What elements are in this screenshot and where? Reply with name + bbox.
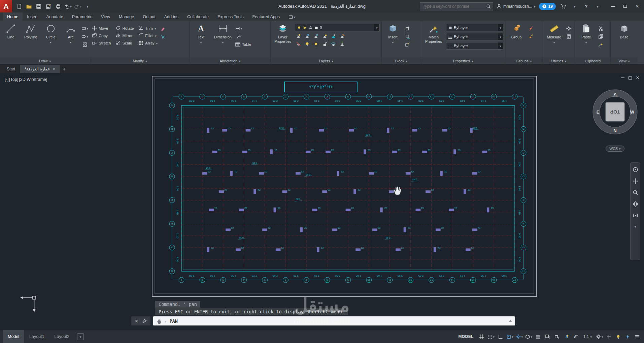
layer-color-chip[interactable]	[314, 26, 318, 30]
help-search[interactable]	[420, 2, 493, 10]
polyline-tool[interactable]: Polyline	[22, 23, 40, 58]
match-properties-tool[interactable]: Match Properties	[423, 23, 444, 58]
autocad-logo[interactable]: A	[0, 0, 12, 12]
object-snap-icon[interactable]	[506, 332, 514, 341]
snap-mode-icon[interactable]	[487, 332, 495, 341]
insert-tool[interactable]: Insert	[383, 23, 402, 58]
arc-flyout-caret[interactable]	[70, 40, 72, 44]
cut-icon[interactable]	[597, 25, 604, 31]
viewcube[interactable]: S W N E TOP WCS	[590, 87, 640, 152]
line-tool[interactable]: Line	[2, 23, 20, 58]
signed-in-user[interactable]: mmahmoudsh...	[497, 4, 536, 9]
notifications-caret[interactable]	[571, 2, 579, 10]
new-drawing-tab-button[interactable]	[60, 65, 68, 73]
rotate-tool[interactable]: Rotate	[115, 26, 134, 31]
open-button[interactable]	[25, 2, 33, 11]
pan-tool-icon[interactable]	[633, 178, 638, 184]
save-button[interactable]	[34, 2, 43, 11]
ribbon-tab-parametric[interactable]: Parametric	[68, 12, 97, 21]
redo-button[interactable]	[73, 2, 82, 11]
copy-clip-icon[interactable]	[597, 33, 604, 39]
snap-tracking-icon[interactable]	[515, 332, 523, 341]
trial-timer-badge[interactable]: 19	[539, 3, 556, 10]
annotation-monitor-icon[interactable]	[605, 332, 613, 341]
ribbon-tab-add-ins[interactable]: Add-ins	[160, 12, 183, 21]
linear-dimension-tool[interactable]	[235, 25, 242, 31]
hatch-tool[interactable]	[81, 41, 88, 48]
autoscale-icon[interactable]: A	[572, 332, 580, 341]
help-icon[interactable]	[582, 2, 590, 10]
layer-walk-icon[interactable]	[330, 41, 337, 47]
layer-freeze-icon[interactable]	[312, 33, 319, 39]
selection-cycling-icon[interactable]	[553, 332, 561, 341]
drawing-canvas[interactable]: عمارة الغردقة112233445566778899101011111…	[152, 76, 537, 297]
circle-tool[interactable]: Circle	[42, 23, 60, 58]
recent-commands-arrow[interactable]	[509, 320, 512, 322]
lineweight-display-icon[interactable]	[534, 332, 542, 341]
isolate-objects-icon[interactable]	[614, 332, 622, 341]
viewcube-east[interactable]: E	[597, 110, 600, 115]
fillet-tool[interactable]: Fillet	[138, 33, 158, 38]
panel-properties-footer[interactable]: Properties	[421, 58, 505, 64]
circle-flyout-caret[interactable]	[50, 40, 52, 44]
trim-tool[interactable]: Trim	[138, 26, 158, 31]
object-color-control[interactable]: ByLayer	[446, 24, 503, 31]
ungroup-icon[interactable]	[528, 25, 534, 31]
user-menu-caret[interactable]	[534, 4, 536, 9]
trim-flyout-caret[interactable]	[155, 26, 156, 30]
annotation-visibility-icon[interactable]: A	[562, 332, 571, 341]
panel-draw-footer[interactable]: Draw	[0, 58, 90, 64]
workspace-gear-icon[interactable]	[595, 332, 604, 341]
layer-isolate-icon[interactable]	[304, 33, 310, 39]
ellipse-tool[interactable]	[81, 33, 88, 39]
doc-tab-start[interactable]: Start	[2, 65, 20, 73]
ribbon-tab-insert[interactable]: Insert	[23, 12, 42, 21]
panel-groups-footer[interactable]: Groups	[505, 58, 543, 64]
text-flyout-caret[interactable]	[200, 40, 202, 44]
wcs-menu[interactable]: WCS	[606, 146, 624, 152]
panel-clipboard-footer[interactable]: Clipboard	[575, 58, 610, 64]
arc-tool[interactable]: Arc	[62, 23, 80, 58]
new-drawing-button[interactable]	[15, 2, 24, 11]
table-tool[interactable]: Table	[235, 41, 251, 48]
command-customize-wrench-icon[interactable]	[142, 319, 147, 323]
viewcube-west[interactable]: W	[630, 110, 635, 115]
linetype-control[interactable]: ByLayer	[446, 42, 503, 50]
graphics-performance-icon[interactable]	[623, 332, 632, 341]
layer-dropdown[interactable]: 0	[295, 24, 380, 31]
base-tool[interactable]: Base	[615, 23, 634, 58]
write-block-icon[interactable]	[404, 33, 411, 39]
id-point-icon[interactable]	[565, 25, 572, 31]
layer-unlock-icon[interactable]	[321, 41, 328, 47]
model-space-viewport[interactable]: [-] [Top] [2D Wireframe] عمارة الغردقة11…	[0, 73, 644, 330]
match-props-small-icon[interactable]	[597, 41, 604, 48]
maximize-button[interactable]	[619, 0, 631, 12]
measure-tool[interactable]: Measure	[545, 23, 564, 58]
panel-utilities-footer[interactable]: Utilities	[543, 58, 575, 64]
paste-flyout-caret[interactable]	[585, 40, 587, 44]
command-flyout-caret[interactable]	[165, 318, 166, 324]
dimension-flyout-caret[interactable]	[222, 40, 224, 44]
copy-tool[interactable]: Copy	[92, 33, 111, 38]
save-as-button[interactable]	[44, 2, 53, 11]
zoom-tool-icon[interactable]	[633, 190, 638, 195]
qat-customize-button[interactable]	[83, 2, 92, 11]
viewcube-face-label[interactable]: TOP	[610, 109, 620, 115]
layer-lock-icon[interactable]	[308, 26, 313, 30]
viewcube-south[interactable]: S	[614, 92, 617, 97]
layer-dropdown-caret[interactable]	[374, 24, 379, 31]
stretch-tool[interactable]: Stretch	[92, 40, 111, 45]
text-tool[interactable]: A Text	[192, 23, 210, 58]
layer-lock-tool-icon[interactable]	[321, 33, 328, 39]
redo-caret[interactable]	[80, 4, 81, 9]
mirror-tool[interactable]: Mirror	[115, 33, 134, 38]
ribbon-display-toggle[interactable]	[285, 12, 299, 21]
layer-properties-tool[interactable]: Layer Properties	[272, 23, 293, 58]
full-navigation-wheel-icon[interactable]	[633, 167, 638, 173]
group-edit-icon[interactable]	[528, 33, 534, 39]
layer-sun-icon[interactable]	[303, 26, 307, 30]
block-editor-icon[interactable]	[404, 41, 411, 48]
dimension-tool[interactable]: Dimension	[212, 23, 234, 58]
ribbon-tab-express-tools[interactable]: Express Tools	[213, 12, 248, 21]
ribbon-tab-annotate[interactable]: Annotate	[42, 12, 68, 21]
